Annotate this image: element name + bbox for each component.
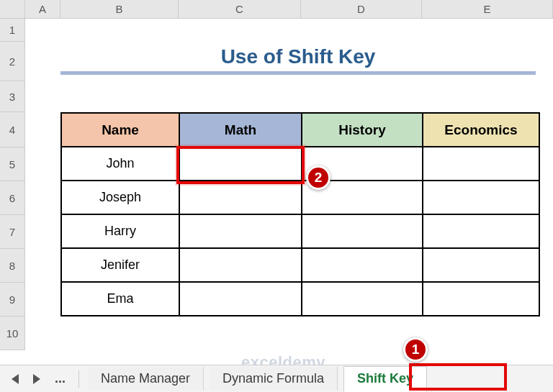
chevron-right-icon [33,374,40,384]
cell-math[interactable] [179,181,302,214]
col-header-C[interactable]: C [179,0,301,19]
col-header-A[interactable]: A [25,0,60,19]
row-header-8[interactable]: 8 [0,249,25,283]
row-header-5[interactable]: 5 [0,147,25,181]
tab-nav-prev[interactable] [7,372,23,386]
cell-economics[interactable] [423,181,539,214]
cell-name[interactable]: John [61,147,179,181]
row-header-1[interactable]: 1 [0,19,25,42]
table-row: Ema [61,282,539,316]
cell-math[interactable] [179,147,302,181]
table-row: John [61,147,539,181]
sheet-tab-bar: ... Name Manager Dynamic Formula Shift K… [0,365,553,392]
cell-math[interactable] [179,248,302,282]
row-headers: 1 2 3 4 5 6 7 8 9 10 [0,19,25,365]
col-header-B[interactable]: B [60,0,179,19]
cell-name[interactable]: Harry [61,214,179,248]
row-header-9[interactable]: 9 [0,283,25,316]
data-table: Name Math History Economics John Joseph … [60,112,540,316]
column-headers: A B C D E [0,0,553,19]
tab-dynamic-formula[interactable]: Dynamic Formula [210,367,338,391]
row-header-7[interactable]: 7 [0,215,25,249]
callout-1: 1 [403,337,428,362]
header-history[interactable]: History [302,113,423,147]
header-name[interactable]: Name [61,113,179,147]
cell-math[interactable] [179,214,302,248]
col-header-D[interactable]: D [301,0,422,19]
row-header-3[interactable]: 3 [0,81,25,112]
cell-history[interactable] [302,282,423,316]
cell-name[interactable]: Ema [61,282,179,316]
row-header-6[interactable]: 6 [0,181,25,215]
cell-history[interactable] [302,214,423,248]
row-header-2[interactable]: 2 [0,42,25,81]
row-header-10[interactable]: 10 [0,316,25,350]
cell-economics[interactable] [423,147,539,181]
chevron-left-icon [12,374,19,384]
cell-economics[interactable] [423,282,539,316]
title-cell[interactable]: Use of Shift Key [60,42,536,75]
cell-name[interactable]: Joseph [61,181,179,214]
table-row: Jenifer [61,248,539,282]
table-row: Joseph [61,181,539,214]
header-math[interactable]: Math [179,113,302,147]
table-row: Harry [61,214,539,248]
cell-name[interactable]: Jenifer [61,248,179,282]
col-header-E[interactable]: E [422,0,553,19]
callout-2: 2 [306,165,331,190]
cell-math[interactable] [179,282,302,316]
select-all-corner[interactable] [0,0,25,19]
header-economics[interactable]: Economics [423,113,539,147]
cell-history[interactable] [302,248,423,282]
tab-name-manager[interactable]: Name Manager [88,367,204,391]
divider [78,370,79,388]
table-header-row: Name Math History Economics [61,113,539,147]
tab-overflow[interactable]: ... [50,371,70,386]
grid-body[interactable]: Use of Shift Key Name Math History Econo… [25,19,553,365]
tab-nav-next[interactable] [29,372,45,386]
cell-economics[interactable] [423,214,539,248]
page-title: Use of Shift Key [221,45,376,68]
row-header-4[interactable]: 4 [0,112,25,147]
tab-shift-key[interactable]: Shift Key [343,366,427,392]
spreadsheet-area: A B C D E 1 2 3 4 5 6 7 8 9 10 Use of Sh… [0,0,553,365]
cell-economics[interactable] [423,248,539,282]
